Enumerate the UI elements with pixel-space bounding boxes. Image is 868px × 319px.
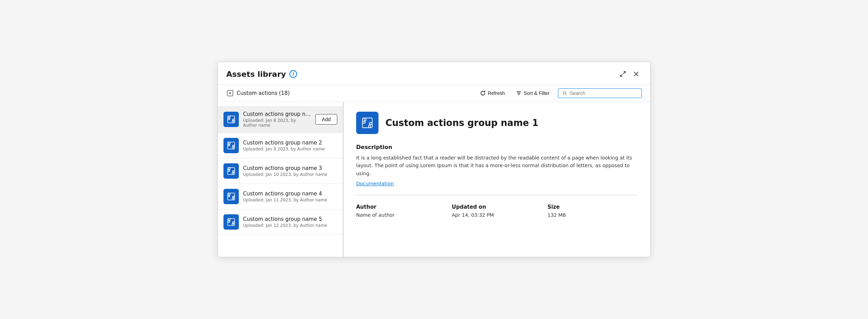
- item-icon: [223, 112, 239, 127]
- item-meta: Uploaded: Jan 9 2023, by Author name: [243, 147, 337, 151]
- item-icon: [223, 163, 239, 179]
- sort-filter-label: Sort & Filter: [524, 90, 550, 96]
- author-value: Name of author: [356, 212, 446, 218]
- refresh-label: Refresh: [488, 90, 505, 96]
- item-info: Custom actions group name 3 Uploaded: Ja…: [243, 165, 337, 177]
- item-meta: Uploaded: Jan 12 2023, by Author name: [243, 223, 337, 228]
- item-name: Custom actions group name 1: [243, 111, 311, 117]
- updated-value: Apr 14, 03:32 PM: [452, 212, 542, 218]
- item-name: Custom actions group name 2: [243, 140, 337, 146]
- item-info: Custom actions group name 5 Uploaded: Ja…: [243, 216, 337, 228]
- documentation-link[interactable]: Documentation: [356, 181, 394, 186]
- item-info: Custom actions group name 1 Uploaded: Ja…: [243, 111, 311, 128]
- main-content: Custom actions group name 1 Uploaded: Ja…: [218, 102, 650, 257]
- item-meta: Uploaded: Jan 8 2023, by Author name: [243, 118, 311, 128]
- assets-library-panel: Assets library i: [218, 62, 650, 257]
- size-section: Size 132 MB: [547, 204, 638, 218]
- item-info: Custom actions group name 2 Uploaded: Ja…: [243, 140, 337, 151]
- close-button[interactable]: [631, 68, 642, 80]
- search-input[interactable]: [570, 90, 637, 96]
- panel-header: Assets library i: [218, 62, 650, 85]
- panel-title: Assets library: [226, 70, 286, 79]
- item-info: Custom actions group name 4 Uploaded: Ja…: [243, 191, 337, 202]
- refresh-button[interactable]: Refresh: [477, 88, 508, 98]
- sort-filter-button[interactable]: Sort & Filter: [513, 88, 552, 98]
- item-name: Custom actions group name 5: [243, 216, 337, 222]
- divider: [356, 195, 638, 195]
- size-label: Size: [547, 204, 638, 210]
- search-icon: [562, 91, 567, 96]
- list-panel: Custom actions group name 1 Uploaded: Ja…: [218, 102, 344, 257]
- custom-actions-icon: [226, 89, 234, 97]
- toolbar: Custom actions (18) Refresh Sort & Filte…: [218, 85, 650, 102]
- detail-title: Custom actions group name 1: [385, 118, 538, 128]
- list-item[interactable]: Custom actions group name 2 Uploaded: Ja…: [218, 133, 343, 158]
- toolbar-actions: Refresh Sort & Filter: [477, 88, 642, 98]
- meta-grid: Author Name of author Updated on Apr 14,…: [356, 204, 638, 218]
- updated-section: Updated on Apr 14, 03:32 PM: [452, 204, 542, 218]
- svg-point-9: [563, 91, 566, 94]
- list-item[interactable]: Custom actions group name 1 Uploaded: Ja…: [218, 106, 343, 133]
- item-meta: Uploaded: Jan 10 2023, by Author name: [243, 172, 337, 177]
- expand-button[interactable]: [617, 68, 628, 80]
- add-button[interactable]: Add: [315, 114, 337, 125]
- item-icon: [223, 214, 239, 230]
- item-name: Custom actions group name 4: [243, 191, 337, 197]
- detail-header: Custom actions group name 1: [356, 112, 638, 134]
- list-item[interactable]: Custom actions group name 4 Uploaded: Ja…: [218, 184, 343, 209]
- item-name: Custom actions group name 3: [243, 165, 337, 171]
- item-icon: [223, 189, 239, 204]
- item-meta: Uploaded: Jan 11 2023, by Author name: [243, 198, 337, 202]
- svg-line-10: [566, 94, 567, 95]
- description-heading: Description: [356, 144, 638, 150]
- search-box[interactable]: [558, 88, 642, 98]
- svg-point-5: [229, 92, 231, 94]
- info-icon[interactable]: i: [289, 70, 297, 78]
- updated-label: Updated on: [452, 204, 542, 210]
- item-icon: [223, 138, 239, 153]
- detail-icon: [356, 112, 378, 134]
- panel-controls: [617, 68, 642, 80]
- list-item[interactable]: Custom actions group name 5 Uploaded: Ja…: [218, 209, 343, 235]
- list-item[interactable]: Custom actions group name 3 Uploaded: Ja…: [218, 158, 343, 184]
- detail-panel: Custom actions group name 1 Description …: [344, 102, 650, 257]
- author-label: Author: [356, 204, 446, 210]
- size-value: 132 MB: [547, 212, 638, 218]
- author-section: Author Name of author: [356, 204, 446, 218]
- description-text: It is a long established fact that a rea…: [356, 154, 638, 177]
- section-label: Custom actions (18): [226, 89, 473, 97]
- title-area: Assets library i: [226, 70, 297, 79]
